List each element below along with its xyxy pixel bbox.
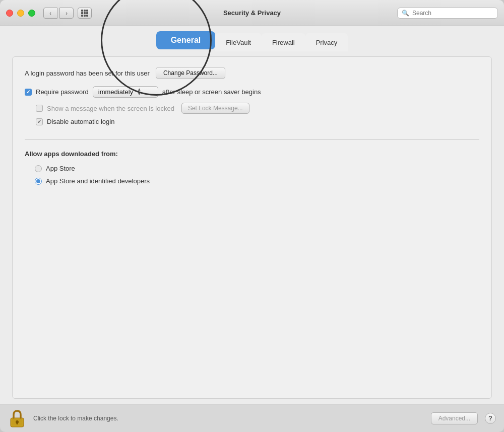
show-message-row: Show a message when the screen is locked… [25,103,479,114]
grid-view-button[interactable] [78,8,92,19]
app-store-developers-radio[interactable] [35,178,42,185]
change-password-button[interactable]: Change Password... [156,67,225,79]
tab-bar: General FileVault Firewall Privacy [0,26,504,51]
app-store-developers-radio-row: App Store and identified developers [25,177,479,185]
app-store-radio-row: App Store [25,165,479,172]
tab-privacy[interactable]: Privacy [305,33,348,51]
lock-icon[interactable] [8,408,26,429]
require-password-row: Require password immediately ▲ ▼ after s… [25,86,479,98]
allow-apps-title: Allow apps downloaded from: [25,150,479,158]
forward-button[interactable]: › [59,8,74,19]
traffic-lights [6,10,35,17]
show-message-checkbox[interactable] [36,105,43,112]
app-store-label: App Store [46,165,75,172]
tab-general[interactable]: General [156,31,216,49]
immediately-dropdown[interactable]: immediately ▲ ▼ [93,86,158,98]
search-icon: 🔍 [402,10,409,17]
tab-filevault[interactable]: FileVault [215,33,262,51]
password-label: A login password has been set for this u… [25,69,150,77]
maximize-button[interactable] [28,10,35,17]
app-store-developers-label: App Store and identified developers [46,177,150,185]
bottom-bar: Click the lock to make changes. Advanced… [0,404,504,432]
allow-apps-section: Allow apps downloaded from: App Store Ap… [25,150,479,190]
show-message-label: Show a message when the screen is locked [47,105,174,112]
nav-buttons: ‹ › [43,8,74,19]
section-divider [25,139,479,140]
immediately-label: immediately [98,88,133,96]
back-button[interactable]: ‹ [43,8,57,19]
lock-text: Click the lock to make changes. [33,415,424,422]
require-password-label: Require password [36,88,89,96]
lock-svg [10,409,25,428]
app-store-radio[interactable] [35,165,42,172]
disable-autologin-checkbox[interactable] [36,118,43,125]
disable-autologin-label: Disable automatic login [47,118,114,125]
tab-firewall[interactable]: Firewall [262,33,305,51]
window-title: Security & Privacy [223,9,281,17]
grid-icon [81,10,88,17]
help-button[interactable]: ? [485,413,496,424]
content-panel: A login password has been set for this u… [12,56,492,399]
disable-autologin-row: Disable automatic login [25,118,479,125]
dropdown-arrows: ▲ ▼ [137,88,141,96]
require-password-checkbox[interactable] [25,89,32,96]
main-content: General FileVault Firewall Privacy A log… [0,26,504,404]
password-section: A login password has been set for this u… [25,67,479,79]
set-lock-message-button[interactable]: Set Lock Message... [181,103,249,114]
chevron-down-icon: ▼ [137,92,141,96]
minimize-button[interactable] [17,10,24,17]
close-button[interactable] [6,10,13,17]
advanced-button[interactable]: Advanced... [431,412,478,424]
chevron-up-icon: ▲ [137,88,141,92]
search-input[interactable] [412,10,493,17]
after-sleep-label: after sleep or screen saver begins [162,88,261,96]
search-bar[interactable]: 🔍 [397,8,498,19]
title-bar: ‹ › Security & Privacy 🔍 [0,0,504,26]
